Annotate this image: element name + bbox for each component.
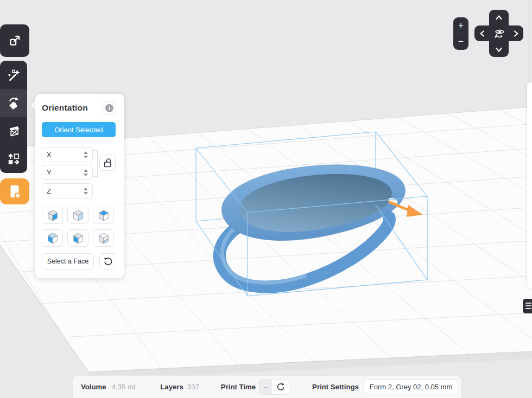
- orient-face-preset-3-button[interactable]: [93, 207, 114, 224]
- print-time-widget: --: [259, 379, 289, 395]
- axis-z-stepper[interactable]: [84, 188, 88, 195]
- layers-label: Layers: [160, 383, 183, 391]
- zoom-control: + −: [453, 17, 468, 50]
- scale-tool-button[interactable]: [0, 24, 29, 57]
- print-time-label: Print Time: [221, 383, 256, 391]
- info-button[interactable]: i: [103, 101, 116, 115]
- print-time-value: --: [259, 380, 272, 394]
- cube-face-icon: [97, 209, 110, 222]
- stepper-down-icon[interactable]: [84, 174, 88, 176]
- orientation-rotate-icon: [7, 95, 21, 110]
- axis-x-stepper[interactable]: [84, 151, 88, 158]
- layout-tool-button[interactable]: [0, 145, 27, 173]
- axis-x-label: X: [47, 151, 52, 159]
- unlock-icon: [103, 158, 112, 168]
- orbit-view-button[interactable]: [490, 25, 508, 41]
- tool-group: [0, 61, 27, 173]
- axis-y-label: Y: [47, 169, 52, 177]
- model-list-toggle-button[interactable]: [523, 299, 532, 313]
- orientation-tool-button[interactable]: [0, 89, 27, 117]
- zoom-out-button[interactable]: −: [453, 34, 468, 50]
- axis-z-spinner[interactable]: Z: [42, 183, 93, 198]
- axis-y-stepper[interactable]: [84, 169, 88, 176]
- cube-face-icon: [72, 232, 85, 245]
- model-list-panel-edge[interactable]: [527, 82, 532, 288]
- supports-tool-button[interactable]: [0, 117, 27, 145]
- print-settings-selector[interactable]: Form 2, Grey 02, 0.05 mm: [364, 380, 458, 394]
- cube-face-icon: [46, 209, 59, 222]
- print-time-refresh-button[interactable]: [272, 380, 289, 394]
- axis-z-label: Z: [47, 187, 51, 195]
- stepper-up-icon[interactable]: [84, 151, 88, 154]
- layout-icon: [7, 152, 21, 166]
- axis-lock-button[interactable]: [99, 155, 116, 171]
- orient-face-preset-1-button[interactable]: [42, 207, 63, 224]
- rotate-right-button[interactable]: [508, 25, 523, 41]
- axis-x-spinner[interactable]: X: [42, 147, 93, 162]
- panel-title: Orientation: [42, 103, 88, 113]
- supports-icon: [7, 124, 21, 138]
- refresh-icon: [276, 383, 285, 391]
- cube-face-icon: [72, 209, 85, 222]
- stepper-up-icon[interactable]: [84, 169, 88, 172]
- orient-face-preset-2-button[interactable]: [67, 207, 88, 224]
- stepper-down-icon[interactable]: [84, 156, 88, 158]
- view-rotate-pad: [474, 10, 523, 57]
- reset-orientation-button[interactable]: [99, 253, 116, 269]
- orientation-panel: Orientation i Orient Selected X Y Z: [35, 94, 124, 278]
- print-cartridge-icon: [7, 183, 23, 200]
- orient-selected-button[interactable]: Orient Selected: [42, 122, 116, 137]
- rotate-down-button[interactable]: [489, 41, 509, 57]
- status-bar: Volume 4.35 mL Layers 337 Print Time -- …: [72, 375, 461, 398]
- cube-face-icon: [97, 232, 110, 245]
- reset-rotation-icon: [103, 257, 112, 266]
- stepper-up-icon[interactable]: [84, 188, 88, 190]
- orient-face-preset-5-button[interactable]: [67, 229, 88, 247]
- orient-face-preset-6-button[interactable]: [93, 229, 114, 247]
- panel-pointer: [30, 101, 35, 110]
- select-a-face-button[interactable]: Select a Face: [42, 253, 94, 269]
- volume-label: Volume: [81, 383, 106, 391]
- scale-icon: [8, 34, 22, 48]
- chevron-down-icon: [495, 46, 503, 53]
- stepper-down-icon[interactable]: [84, 192, 88, 195]
- magic-wand-icon: [7, 68, 21, 82]
- preform-window: Orientation i Orient Selected X Y Z: [0, 0, 532, 398]
- info-icon: i: [105, 104, 113, 112]
- one-click-print-tool-button[interactable]: [0, 61, 27, 89]
- eye-orbit-icon: [492, 27, 506, 41]
- zoom-in-button[interactable]: +: [453, 17, 468, 34]
- chevron-left-icon: [479, 30, 486, 37]
- axis-y-spinner[interactable]: Y: [42, 165, 93, 180]
- print-button[interactable]: [0, 178, 29, 204]
- chevron-right-icon: [512, 30, 520, 37]
- cube-face-icon: [46, 232, 59, 245]
- print-settings-label: Print Settings: [312, 383, 359, 391]
- rotate-up-button[interactable]: [489, 10, 509, 25]
- orient-face-preset-4-button[interactable]: [42, 229, 63, 247]
- rotate-left-button[interactable]: [474, 25, 490, 41]
- volume-value: 4.35 mL: [112, 383, 138, 391]
- layers-value: 337: [187, 383, 199, 391]
- chevron-up-icon: [495, 14, 503, 22]
